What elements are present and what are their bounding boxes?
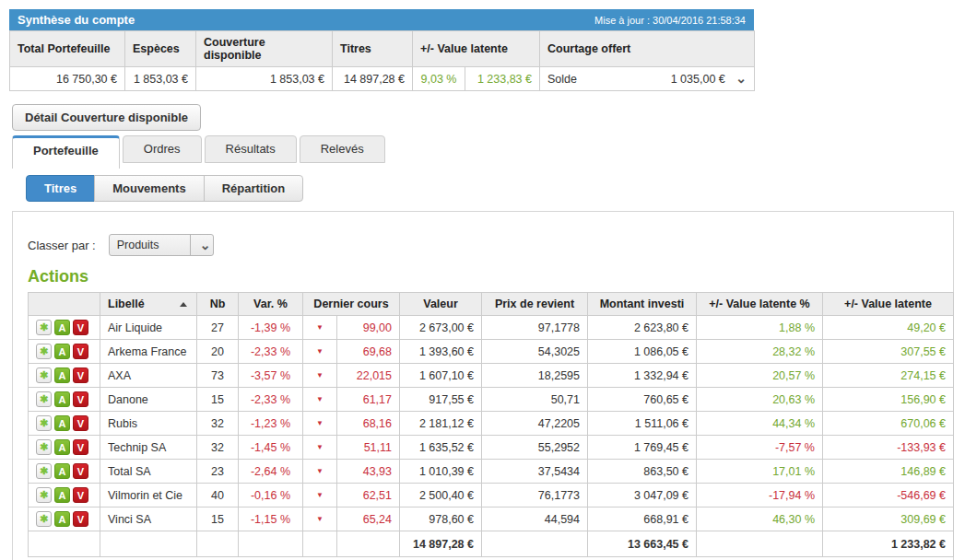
positions-table: Libellé Nb Var. % Dernier cours Valeur P… [28, 292, 954, 557]
trend-down-icon: ▼ [303, 460, 337, 484]
prix-de-revient: 47,2205 [482, 412, 588, 436]
tab-ordres[interactable]: Ordres [123, 135, 202, 163]
sort-filter-row: Classer par : Produits ⌄ [28, 234, 953, 256]
sell-button[interactable]: V [73, 391, 88, 407]
valeur: 1 393,60 € [400, 340, 482, 364]
sell-button[interactable]: V [73, 439, 88, 455]
last-price: 99,00 [337, 316, 400, 340]
sell-button[interactable]: V [73, 487, 88, 503]
buy-button[interactable]: A [54, 344, 70, 359]
sell-button[interactable]: V [73, 344, 88, 359]
position-row: ✱AVDanone15-2,33 %▼61,17917,55 €50,71760… [29, 388, 954, 412]
chevron-down-icon[interactable]: ⌄ [736, 71, 747, 86]
watchlist-button[interactable]: ✱ [36, 368, 52, 383]
watchlist-button[interactable]: ✱ [36, 511, 52, 527]
col-montant-investi: Montant investi [588, 293, 697, 316]
variation-pct: -1,45 % [239, 436, 303, 460]
montant-investi: 3 047,09 € [588, 484, 697, 508]
total-value-latente: 1 233,82 € [823, 531, 954, 557]
watchlist-button[interactable]: ✱ [36, 439, 52, 455]
watchlist-button[interactable]: ✱ [36, 320, 52, 335]
col-actions [29, 293, 100, 316]
buy-button[interactable]: A [54, 487, 70, 503]
watchlist-button[interactable]: ✱ [36, 463, 52, 479]
watchlist-button[interactable]: ✱ [36, 415, 52, 431]
totals-row: 14 897,28 € 13 663,45 € 1 233,82 € [29, 531, 954, 557]
buy-button[interactable]: A [54, 391, 70, 407]
variation-pct: -2,33 % [239, 388, 303, 412]
buy-button[interactable]: A [54, 463, 70, 479]
value-latente-pct: -17,94 % [697, 484, 823, 508]
sort-by-select[interactable]: Produits ⌄ [109, 234, 214, 256]
last-price: 43,93 [337, 460, 400, 484]
buy-button[interactable]: A [54, 368, 70, 383]
sell-button[interactable]: V [73, 320, 88, 335]
detail-couverture-button[interactable]: Détail Couverture disponible [12, 104, 201, 131]
summary-title: Synthèse du compte [18, 13, 135, 27]
valeur: 1 010,39 € [400, 460, 482, 484]
tab-resultats[interactable]: Résultats [205, 135, 297, 163]
valeur: 2 181,12 € [400, 412, 482, 436]
col-couverture-disponible: Couverture disponible [196, 31, 333, 67]
prix-de-revient: 18,2595 [482, 364, 588, 388]
value-latente: 156,90 € [823, 388, 954, 412]
col-especes: Espèces [125, 31, 196, 67]
security-name: Air Liquide [100, 316, 197, 340]
valeur: 917,55 € [400, 388, 482, 412]
buy-button[interactable]: A [54, 415, 70, 431]
portfolio-content-panel: Classer par : Produits ⌄ Actions Libellé [12, 211, 954, 560]
value-latente-pct: 1,88 % [697, 316, 823, 340]
security-name: Vilmorin et Cie [100, 484, 197, 508]
account-summary-panel: Synthèse du compte Mise à jour : 30/04/2… [9, 9, 754, 91]
quantity: 15 [197, 388, 239, 412]
courtage-solde-value: 1 035,00 € [671, 73, 725, 86]
value-latente-pct: 44,34 % [697, 412, 823, 436]
security-name: Technip SA [100, 436, 197, 460]
montant-investi: 1 086,05 € [588, 340, 697, 364]
variation-pct: -2,33 % [239, 340, 303, 364]
tab-portefeuille[interactable]: Portefeuille [12, 135, 120, 169]
prix-de-revient: 37,5434 [482, 460, 588, 484]
sell-button[interactable]: V [73, 511, 88, 527]
buy-button[interactable]: A [54, 320, 70, 335]
col-libelle[interactable]: Libellé [100, 293, 197, 316]
couverture-disponible-value: 1 853,03 € [196, 67, 333, 91]
value-latente: 146,89 € [823, 460, 954, 484]
position-row: ✱AVArkema France20-2,33 %▼69,681 393,60 … [29, 340, 954, 364]
sell-button[interactable]: V [73, 415, 88, 431]
col-prix-de-revient: Prix de revient [482, 293, 588, 316]
buy-button[interactable]: A [54, 511, 70, 527]
buy-button[interactable]: A [54, 439, 70, 455]
quantity: 15 [197, 508, 239, 531]
valeur: 1 607,10 € [400, 364, 482, 388]
subtab-repartition[interactable]: Répartition [204, 175, 304, 202]
courtage-solde-label: Solde [547, 73, 577, 86]
watchlist-button[interactable]: ✱ [36, 391, 52, 407]
prix-de-revient: 50,71 [482, 388, 588, 412]
col-var-pct: Var. % [239, 293, 303, 316]
col-courtage-offert: Courtage offert [540, 31, 755, 67]
value-latente-pct: 46,30 % [697, 508, 823, 531]
security-name: Danone [100, 388, 197, 412]
sell-button[interactable]: V [73, 463, 88, 479]
montant-investi: 760,65 € [588, 388, 697, 412]
position-row: ✱AVVilmorin et Cie40-0,16 %▼62,512 500,4… [29, 484, 954, 508]
sort-ascending-icon [180, 302, 187, 307]
col-nb: Nb [197, 293, 239, 316]
value-latente: -546,69 € [823, 484, 954, 508]
subtab-mouvements[interactable]: Mouvements [94, 175, 204, 202]
value-latente-pct: 20,63 % [697, 388, 823, 412]
tab-releves[interactable]: Relevés [300, 135, 385, 163]
montant-investi: 2 623,80 € [588, 316, 697, 340]
watchlist-button[interactable]: ✱ [36, 487, 52, 503]
value-latente: 49,20 € [823, 316, 954, 340]
variation-pct: -2,64 % [239, 460, 303, 484]
subtab-titres[interactable]: Titres [26, 175, 95, 202]
quantity: 20 [197, 340, 239, 364]
watchlist-button[interactable]: ✱ [36, 344, 52, 359]
sell-button[interactable]: V [73, 368, 88, 383]
quantity: 40 [197, 484, 239, 508]
col-titres: Titres [333, 31, 413, 67]
trend-down-icon: ▼ [303, 484, 337, 508]
trend-down-icon: ▼ [303, 364, 337, 388]
